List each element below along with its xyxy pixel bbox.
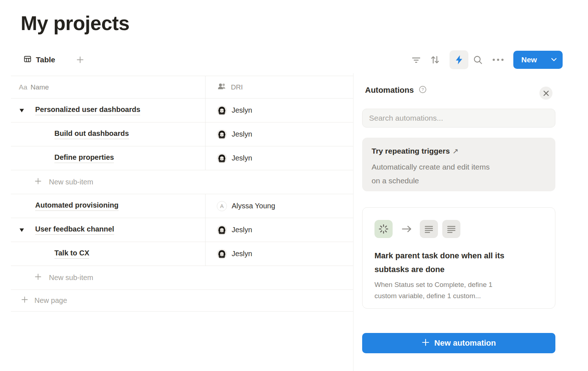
promo-title: Try repeating triggers [372, 147, 450, 155]
filter-button[interactable] [408, 51, 424, 69]
new-sub-item-row: New sub-item [11, 266, 353, 290]
automations-panel-header: Automations ? [365, 86, 427, 95]
dri-cell[interactable]: Jeslyn [206, 242, 353, 266]
dri-person-name: Jeslyn [232, 250, 252, 258]
new-page-button[interactable]: New page [11, 290, 353, 311]
automation-search-input[interactable] [369, 114, 548, 122]
arrow-right-icon [401, 225, 412, 233]
chevron-down-icon[interactable] [551, 57, 557, 63]
new-page-row: New page [11, 290, 353, 312]
automation-card-description: When Status set to Complete, define 1 cu… [374, 279, 516, 301]
trigger-status-icon [374, 220, 393, 238]
search-button[interactable] [470, 51, 486, 69]
close-panel-button[interactable] [539, 87, 552, 100]
lightning-icon [455, 55, 463, 65]
help-icon[interactable]: ? [419, 86, 427, 95]
name-cell: Automated provisioning [11, 194, 206, 218]
close-icon [543, 90, 549, 96]
page-link[interactable]: User feedback channel [35, 225, 114, 235]
new-automation-label: New automation [434, 338, 496, 348]
automation-flow-icons [374, 220, 543, 238]
page-link[interactable]: Talk to CX [54, 249, 89, 259]
dri-person-name: Jeslyn [232, 154, 252, 162]
collapse-toggle-icon[interactable] [19, 228, 25, 232]
name-cell: Build out dashboards [11, 122, 206, 146]
text-property-icon: Aa [19, 83, 27, 91]
add-view-button[interactable] [74, 51, 86, 69]
dri-column-label: DRI [231, 83, 243, 91]
avatar-jeslyn [217, 225, 227, 235]
automation-card-title: Mark parent task done when all its subta… [374, 249, 536, 276]
sort-button[interactable] [427, 51, 443, 69]
table-header-row: Aa Name DRI [11, 76, 353, 99]
automations-button[interactable] [450, 50, 468, 69]
new-automation-button[interactable]: New automation [362, 333, 555, 353]
name-column-label: Name [30, 83, 49, 91]
dri-cell[interactable]: Jeslyn [206, 99, 353, 122]
avatar-letter: A [217, 201, 227, 211]
collapse-toggle-icon[interactable] [19, 108, 25, 113]
new-sub-item-label: New sub-item [49, 178, 93, 186]
avatar-jeslyn [217, 153, 227, 163]
dri-person-name: Alyssa Young [232, 202, 275, 210]
promo-description: Automatically create and edit items on a… [372, 160, 498, 188]
page-title: My projects [21, 12, 129, 35]
plus-icon [34, 273, 42, 282]
dri-person-name: Jeslyn [232, 130, 252, 138]
new-sub-item-label: New sub-item [49, 274, 93, 282]
page-link[interactable]: Personalized user dashboards [35, 105, 140, 115]
page-link[interactable]: Automated provisioning [35, 201, 119, 211]
external-arrow-icon: ↗ [452, 147, 459, 155]
notion-app: My projects Table [0, 0, 588, 371]
avatar-jeslyn [217, 249, 227, 259]
action-edit-property-icon [442, 220, 460, 238]
new-sub-item-row: New sub-item [11, 170, 353, 194]
plus-icon [21, 296, 28, 305]
plus-icon [422, 338, 430, 348]
new-sub-item-button[interactable]: New sub-item [11, 170, 353, 194]
automation-search [362, 109, 555, 128]
new-sub-item-button[interactable]: New sub-item [11, 266, 353, 289]
more-options-button[interactable] [490, 51, 506, 69]
name-cell: Define properties [11, 146, 206, 170]
plus-icon [34, 178, 42, 187]
filter-icon [411, 55, 421, 65]
repeating-triggers-promo-card[interactable]: Try repeating triggers↗ Automatically cr… [362, 138, 555, 191]
dri-cell[interactable]: Jeslyn [206, 122, 353, 146]
automation-card[interactable]: Mark parent task done when all its subta… [362, 207, 555, 309]
page-link[interactable]: Build out dashboards [54, 129, 129, 139]
name-cell: Personalized user dashboards [11, 99, 206, 122]
people-icon [217, 82, 227, 93]
dri-person-name: Jeslyn [232, 226, 252, 234]
table-row: User feedback channel Jeslyn [11, 218, 353, 242]
new-button-label: New [521, 55, 537, 64]
table-row: Build out dashboards Jeslyn [11, 122, 353, 146]
panel-divider [353, 73, 353, 371]
new-page-label: New page [34, 296, 67, 305]
name-cell: User feedback channel [11, 218, 206, 242]
view-tab-label: Table [36, 55, 55, 64]
action-edit-property-icon [420, 220, 438, 238]
column-header-name[interactable]: Aa Name [11, 76, 206, 98]
tab-table-view[interactable]: Table [23, 51, 55, 69]
avatar-jeslyn [217, 129, 227, 139]
automations-title: Automations [365, 86, 414, 95]
dri-cell[interactable]: Jeslyn [206, 146, 353, 170]
avatar-jeslyn [217, 105, 227, 116]
name-cell: Talk to CX [11, 242, 206, 266]
table-view-icon [23, 55, 32, 65]
sort-icon [430, 55, 440, 65]
new-button[interactable]: New [513, 51, 563, 69]
search-icon [473, 55, 483, 65]
dri-cell[interactable]: Jeslyn [206, 218, 353, 242]
projects-table: Aa Name DRI [11, 76, 353, 312]
svg-text:?: ? [422, 87, 424, 92]
dri-cell[interactable]: A Alyssa Young [206, 194, 353, 218]
table-row: Automated provisioning A Alyssa Young [11, 194, 353, 218]
dri-person-name: Jeslyn [232, 106, 252, 114]
page-link[interactable]: Define properties [54, 153, 114, 163]
column-header-dri[interactable]: DRI [206, 76, 353, 98]
ellipsis-icon [493, 59, 504, 61]
table-row: Personalized user dashboards Jeslyn [11, 99, 353, 122]
table-row: Talk to CX Jeslyn [11, 242, 353, 266]
